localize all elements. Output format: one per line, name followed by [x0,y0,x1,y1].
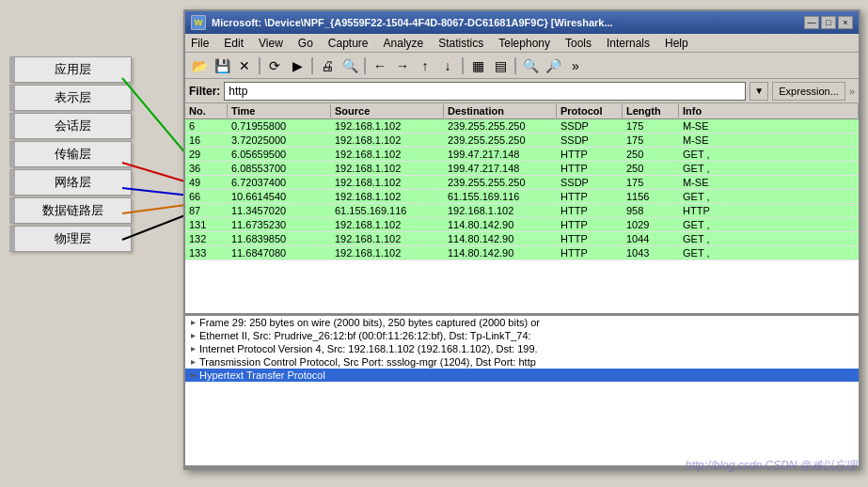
col-time[interactable]: Time [228,104,331,118]
filter-bar: Filter: ▼ Expression... » [185,79,859,103]
list-item[interactable]: ▸Frame 29: 250 bytes on wire (2000 bits)… [185,316,859,329]
cell-src: 192.168.1.102 [331,119,444,133]
cell-time: 11.6847080 [228,246,331,259]
menu-edit[interactable]: Edit [222,37,245,50]
filter-label: Filter: [189,85,220,98]
cell-proto: SSDP [557,134,623,147]
col-info[interactable]: Info [679,104,859,118]
split-pane: No. Time Source Destination Protocol Len… [185,103,859,468]
app-icon-letter: W [195,18,203,27]
table-row[interactable]: 66 10.6614540 192.168.1.102 61.155.169.1… [185,190,859,204]
title-bar: W Microsoft: \Device\NPF_{A9559F22-1504-… [185,11,859,34]
cell-src: 192.168.1.102 [331,218,444,231]
toolbar-zoom-in[interactable]: 🔍 [520,55,541,76]
expand-icon: ▸ [191,317,196,327]
cell-src: 192.168.1.102 [331,232,444,245]
cell-info: GET , [679,246,859,259]
menu-statistics[interactable]: Statistics [436,37,485,50]
cell-len: 250 [623,162,679,175]
cell-info: GET , [679,162,859,175]
cell-info: M-SE [679,119,859,133]
osi-layer-net-label: 网络层 [55,175,91,189]
toolbar-reload[interactable]: ⟳ [264,55,285,76]
wireshark-window: W Microsoft: \Device\NPF_{A9559F22-1504-… [183,9,860,470]
toolbar-close[interactable]: ✕ [234,55,255,76]
cell-proto: HTTP [557,246,623,259]
app-icon: W [191,15,206,30]
detail-text: Internet Protocol Version 4, Src: 192.16… [199,343,538,354]
col-no[interactable]: No. [185,104,228,118]
table-row[interactable]: 133 11.6847080 192.168.1.102 114.80.142.… [185,246,859,260]
col-source[interactable]: Source [331,104,444,118]
cell-len: 250 [623,148,679,161]
expand-icon: ▸ [191,356,196,367]
menu-view[interactable]: View [257,37,285,50]
minimize-button[interactable]: — [804,16,819,29]
close-button[interactable]: × [838,16,853,29]
watermark-text: http://blog.csdn.CSDN @难以忘理 [686,459,857,472]
maximize-button[interactable]: □ [821,16,836,29]
table-row[interactable]: 29 6.05659500 192.168.1.102 199.47.217.1… [185,148,859,162]
toolbar-back[interactable]: ← [370,55,390,76]
cell-dst: 199.47.217.148 [444,162,557,175]
cell-info: GET , [679,148,859,161]
watermark: http://blog.csdn.CSDN @难以忘理 [686,458,857,474]
cell-info: M-SE [679,176,859,189]
menu-analyze[interactable]: Analyze [382,37,426,50]
menu-capture[interactable]: Capture [326,37,371,50]
toolbar-capture[interactable]: ▶ [287,55,308,76]
cell-proto: HTTP [557,148,623,161]
toolbar-sep4 [462,57,464,74]
menu-file[interactable]: File [189,37,211,50]
filter-dropdown[interactable]: ▼ [750,82,768,101]
menu-help[interactable]: Help [663,37,690,50]
toolbar-fwd[interactable]: → [392,55,413,76]
toolbar-up[interactable]: ↑ [415,55,435,76]
cell-len: 958 [623,204,679,217]
toolbar-print[interactable]: 🖨 [317,55,338,76]
list-item[interactable]: ▸Hypertext Transfer Protocol [185,369,859,382]
toolbar-more[interactable]: » [565,55,586,76]
toolbar-find[interactable]: 🔍 [339,55,360,76]
filter-input[interactable] [224,82,746,101]
toolbar-down[interactable]: ↓ [437,55,458,76]
menu-go[interactable]: Go [296,37,315,50]
cell-len: 175 [623,134,679,147]
table-row[interactable]: 36 6.08553700 192.168.1.102 199.47.217.1… [185,162,859,176]
cell-proto: SSDP [557,176,623,189]
toolbar-zoom-out[interactable]: 🔎 [543,55,563,76]
toolbar-save[interactable]: 💾 [212,55,232,76]
window-controls: — □ × [804,16,853,29]
table-row[interactable]: 16 3.72025000 192.168.1.102 239.255.255.… [185,134,859,148]
toolbar-view1[interactable]: ▦ [467,55,488,76]
table-row[interactable]: 87 11.3457020 61.155.169.116 192.168.1.1… [185,204,859,218]
cell-info: HTTP [679,204,859,217]
col-dest[interactable]: Destination [444,104,557,118]
cell-proto: HTTP [557,162,623,175]
list-item[interactable]: ▸Internet Protocol Version 4, Src: 192.1… [185,342,859,355]
table-row[interactable]: 49 6.72037400 192.168.1.102 239.255.255.… [185,176,859,190]
table-row[interactable]: 6 0.71955800 192.168.1.102 239.255.255.2… [185,119,859,134]
expression-button[interactable]: Expression... [772,82,845,101]
osi-layer-net: 网络层 [9,169,132,196]
cell-dst: 114.80.142.90 [444,246,557,259]
cell-time: 3.72025000 [228,134,331,147]
toolbar-open[interactable]: 📂 [189,55,210,76]
table-row[interactable]: 132 11.6839850 192.168.1.102 114.80.142.… [185,232,859,246]
osi-layer-phys-label: 物理层 [55,231,91,245]
menu-telephony[interactable]: Telephony [497,37,552,50]
col-proto[interactable]: Protocol [557,104,623,118]
menu-tools[interactable]: Tools [563,37,593,50]
osi-layer-pres: 表示层 [9,85,132,111]
cell-dst: 61.155.169.116 [444,190,557,203]
menu-internals[interactable]: Internals [605,37,652,50]
list-item[interactable]: ▸Ethernet II, Src: Prudrive_26:12:bf (00… [185,329,859,342]
cell-proto: SSDP [557,119,623,133]
cell-src: 192.168.1.102 [331,148,444,161]
table-row[interactable]: 131 11.6735230 192.168.1.102 114.80.142.… [185,218,859,232]
list-item[interactable]: ▸Transmission Control Protocol, Src Port… [185,355,859,369]
toolbar-view2[interactable]: ▤ [490,55,511,76]
osi-panel: 应用层 表示层 会话层 传输层 网络层 数据链路层 物理层 [9,56,132,252]
osi-layer-phys: 物理层 [9,226,132,252]
col-len[interactable]: Length [623,104,679,118]
